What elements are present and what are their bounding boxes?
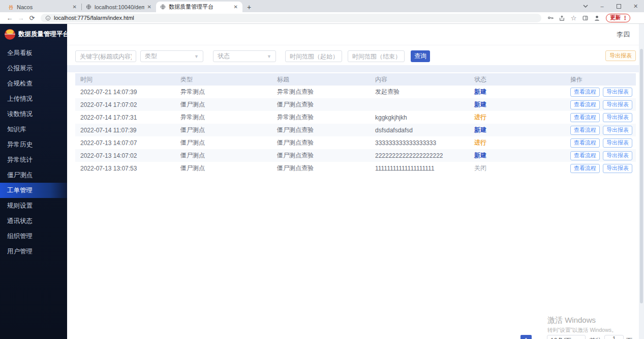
tab-data-quality-platform[interactable]: 数据质量管理平台 ✕	[156, 2, 242, 12]
prev-page-icon[interactable]: ‹	[509, 335, 519, 339]
status-badge: 进行	[474, 114, 486, 121]
table-row: 2022-07-14 17:07:31异常测点异常测点查验kggkgkjhjkh…	[75, 111, 636, 124]
column-title: 标题	[272, 75, 370, 84]
sidebar-item-11[interactable]: 通讯状态	[0, 213, 67, 229]
forward-icon[interactable]: →	[15, 14, 26, 22]
url-text: localhost:7775/falarm/index.html	[54, 15, 134, 21]
key-icon[interactable]	[544, 14, 556, 21]
view-flow-button[interactable]: 查看流程	[570, 151, 600, 160]
cell-title: 异常测点查验	[272, 88, 370, 96]
scrollbar-thumb[interactable]	[640, 49, 643, 303]
sidebar-item-3[interactable]: 上传情况	[0, 91, 67, 106]
view-flow-button[interactable]: 查看流程	[570, 113, 600, 122]
sidebar-item-9[interactable]: 工单管理	[0, 183, 67, 198]
page-size-value: 10条/页	[550, 336, 571, 339]
kebab-menu-icon[interactable]: ⋮	[622, 15, 628, 21]
jump-unit: 页	[626, 336, 632, 339]
view-flow-button[interactable]: 查看流程	[570, 100, 600, 109]
sidebar: 数据质量管理平台 全局看板公报展示合规检查上传情况读数情况知识库异常历史异常统计…	[0, 24, 67, 339]
page-jump: 前往 1 页	[590, 335, 632, 339]
cell-content: 发起查验	[370, 88, 469, 96]
keyword-input[interactable]	[75, 50, 136, 62]
share-icon[interactable]	[556, 15, 568, 21]
cell-status: 关闭	[469, 164, 565, 173]
table-row: 2022-07-13 14:07:02僵尸测点僵尸测点查验22222222222…	[75, 149, 636, 162]
export-report-button[interactable]: 导出报表	[603, 164, 632, 173]
view-flow-button[interactable]: 查看流程	[570, 164, 600, 173]
sidebar-item-0[interactable]: 全局看板	[0, 45, 67, 61]
cell-time: 2022-07-14 11:07:39	[75, 127, 175, 134]
current-user[interactable]: 李四	[617, 30, 630, 39]
cell-actions: 查看流程导出报表	[565, 100, 636, 109]
export-report-button[interactable]: 导出报表	[603, 88, 632, 97]
minimize-button[interactable]: –	[594, 0, 610, 12]
sidebar-item-13[interactable]: 用户管理	[0, 244, 67, 259]
profile-avatar-icon[interactable]	[591, 14, 603, 22]
tab-close-icon[interactable]: ✕	[233, 4, 239, 10]
browser-address-bar: ← → ⟳ localhost:7775/falarm/index.html ☆…	[0, 12, 644, 24]
sidebar-item-5[interactable]: 知识库	[0, 122, 67, 137]
side-panel-icon[interactable]	[579, 15, 591, 21]
sidebar-item-10[interactable]: 规则设置	[0, 198, 67, 213]
globe-icon	[160, 4, 166, 10]
export-report-button[interactable]: 导出报表	[603, 138, 632, 148]
sidebar-item-6[interactable]: 异常历史	[0, 137, 67, 152]
sidebar-item-2[interactable]: 合规检查	[0, 76, 67, 91]
globe-icon	[85, 4, 91, 10]
tab-nacos[interactable]: {•} Nacos ✕	[4, 2, 81, 12]
chevron-down-icon: ▼	[194, 54, 199, 59]
cell-type: 僵尸测点	[175, 164, 272, 173]
status-select[interactable]: 状态 ▼	[213, 50, 276, 62]
tab-close-icon[interactable]: ✕	[72, 4, 78, 10]
cell-content: dsfsdafsdafsd	[370, 127, 469, 134]
url-box[interactable]: localhost:7775/falarm/index.html	[41, 14, 541, 22]
view-flow-button[interactable]: 查看流程	[570, 88, 600, 97]
chevron-down-icon[interactable]	[577, 0, 594, 12]
refresh-icon[interactable]: ⟳	[26, 14, 38, 22]
cell-status: 进行	[469, 138, 565, 147]
type-select[interactable]: 类型 ▼	[140, 50, 203, 62]
date-end-input[interactable]	[348, 50, 405, 62]
page-scrollbar[interactable]	[639, 24, 644, 339]
close-button[interactable]: ✕	[627, 0, 644, 12]
sidebar-item-12[interactable]: 组织管理	[0, 229, 67, 244]
page-number-active[interactable]: 1	[520, 335, 532, 339]
date-start-input[interactable]	[285, 50, 342, 62]
column-content: 内容	[370, 75, 469, 84]
cell-title: 异常测点查验	[272, 113, 370, 122]
sidebar-item-4[interactable]: 读数情况	[0, 106, 67, 122]
view-flow-button[interactable]: 查看流程	[570, 138, 600, 148]
brand: 数据质量管理平台	[0, 24, 67, 45]
tab-localhost-demo[interactable]: localhost:10040/demo/psjdbc ✕	[82, 2, 156, 12]
cell-status: 新建	[469, 126, 565, 134]
cell-status: 新建	[469, 88, 565, 96]
cell-title: 僵尸测点查验	[272, 126, 370, 134]
next-page-icon[interactable]: ›	[533, 335, 543, 339]
export-report-button[interactable]: 导出报表	[603, 113, 632, 122]
export-report-button[interactable]: 导出报表	[603, 126, 632, 135]
cell-time: 2022-07-14 17:07:31	[75, 114, 175, 121]
sidebar-item-1[interactable]: 公报展示	[0, 61, 67, 76]
search-button[interactable]: 查询	[411, 50, 430, 62]
chrome-update-button[interactable]: 更新 ⋮	[606, 14, 630, 22]
table-row: 2022-07-13 13:07:53僵尸测点僵尸测点查验11111111111…	[75, 162, 636, 175]
new-tab-button[interactable]: +	[242, 2, 256, 12]
cell-type: 僵尸测点	[175, 151, 272, 160]
export-report-button[interactable]: 导出报表	[603, 151, 632, 160]
export-report-top-button[interactable]: 导出报表	[605, 50, 636, 61]
back-icon[interactable]: ←	[4, 14, 15, 22]
info-icon[interactable]	[45, 15, 51, 21]
cell-actions: 查看流程导出报表	[565, 113, 636, 122]
tab-close-icon[interactable]: ✕	[146, 4, 152, 10]
sidebar-item-7[interactable]: 异常统计	[0, 152, 67, 167]
jump-input[interactable]: 1	[604, 335, 624, 339]
sidebar-item-8[interactable]: 僵尸测点	[0, 167, 67, 183]
cell-time: 2022-07-13 14:07:07	[75, 139, 175, 147]
view-flow-button[interactable]: 查看流程	[570, 126, 600, 135]
page-size-select[interactable]: 10条/页 ▼	[547, 335, 586, 339]
maximize-button[interactable]	[610, 0, 627, 12]
section-divider-band	[67, 65, 644, 72]
update-label: 更新	[610, 14, 621, 21]
bookmark-star-icon[interactable]: ☆	[568, 14, 579, 22]
export-report-button[interactable]: 导出报表	[603, 100, 632, 109]
